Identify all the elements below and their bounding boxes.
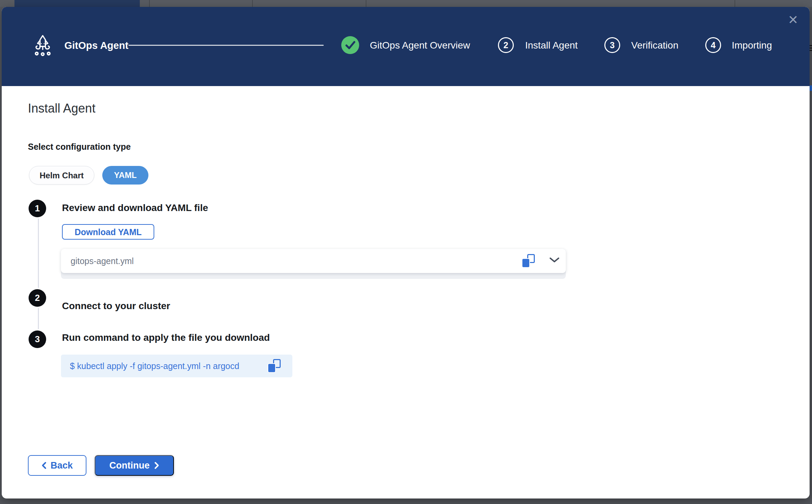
stepper-item-overview[interactable]: GitOps Agent Overview — [370, 39, 470, 52]
chevron-left-icon — [42, 462, 46, 469]
close-icon[interactable]: ✕ — [785, 12, 801, 28]
stepper-circle-4: 4 — [705, 37, 721, 53]
kubectl-command-text: $ kubectl apply -f gitops-agent.yml -n a… — [70, 355, 239, 377]
chevron-right-icon — [154, 462, 159, 469]
screen: GitOps Agent ✕ GitOps Agent Overview 2 I… — [0, 0, 812, 504]
background-right-sliver — [810, 7, 812, 498]
continue-button[interactable]: Continue — [95, 455, 174, 476]
page-title: Install Agent — [28, 101, 95, 116]
tab-separator — [149, 0, 150, 7]
tab-separator — [735, 0, 735, 7]
background-bottom-strip — [0, 498, 812, 504]
modal-title: GitOps Agent — [64, 39, 128, 52]
header-divider — [128, 45, 324, 46]
background-active-tab — [14, 0, 140, 7]
config-option-helm-chart[interactable]: Helm Chart — [29, 166, 94, 185]
step-connector-line — [38, 208, 39, 341]
stepper-circle-2: 2 — [498, 37, 514, 53]
copy-icon[interactable] — [522, 254, 535, 268]
download-yaml-button[interactable]: Download YAML — [62, 224, 154, 240]
step-3-circle: 3 — [29, 330, 46, 348]
stepper-item-importing[interactable]: Importing — [732, 39, 772, 52]
step-2-title: Connect to your cluster — [62, 301, 170, 312]
back-button[interactable]: Back — [28, 455, 86, 476]
step-1-circle: 1 — [29, 200, 46, 217]
yaml-file-name: gitops-agent.yml — [71, 249, 134, 273]
config-type-label: Select configuration type — [28, 142, 131, 152]
tab-separator — [366, 0, 366, 7]
continue-button-label: Continue — [110, 460, 150, 471]
chevron-down-icon[interactable] — [549, 257, 560, 264]
yaml-file-row[interactable]: gitops-agent.yml — [61, 249, 566, 273]
gitops-agent-wizard-modal: GitOps Agent ✕ GitOps Agent Overview 2 I… — [2, 7, 810, 498]
kubectl-command-box: $ kubectl apply -f gitops-agent.yml -n a… — [61, 355, 292, 377]
copy-icon[interactable] — [268, 359, 281, 373]
step-completed-check-icon — [341, 36, 359, 54]
config-option-yaml[interactable]: YAML — [102, 166, 148, 185]
wizard-header: GitOps Agent ✕ GitOps Agent Overview 2 I… — [2, 7, 810, 86]
step-1-title: Review and download YAML file — [62, 202, 208, 213]
step-3-title: Run command to apply the file you downlo… — [62, 332, 270, 343]
back-button-label: Back — [51, 460, 73, 471]
background-content-fragment — [810, 85, 812, 91]
stepper-circle-3: 3 — [604, 37, 620, 53]
stepper-item-verification[interactable]: Verification — [631, 39, 678, 52]
stepper-item-install-agent[interactable]: Install Agent — [525, 39, 578, 52]
step-2-circle: 2 — [29, 289, 46, 307]
tab-separator — [252, 0, 253, 7]
background-tab-strip — [0, 0, 812, 7]
argo-squid-icon — [33, 34, 52, 57]
